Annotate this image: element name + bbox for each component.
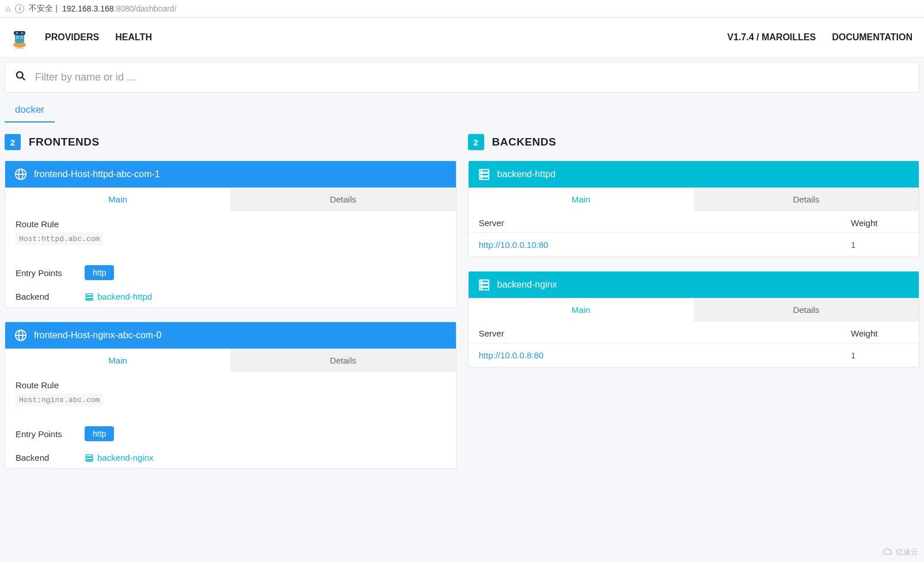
route-rule-value: Host:httpd.abc.com	[16, 232, 103, 246]
svg-point-33	[481, 281, 481, 281]
svg-rect-15	[86, 293, 93, 295]
svg-point-35	[481, 288, 481, 289]
backend-link[interactable]: backend-httpd	[85, 292, 152, 301]
svg-point-10	[17, 72, 23, 78]
backend-card: backend-httpd Main Details Server Weight…	[468, 160, 920, 257]
entry-points-label: Entry Points	[16, 429, 85, 439]
backend-card-header: backend-nginx	[469, 272, 919, 298]
svg-rect-16	[86, 296, 93, 298]
server-url-link[interactable]: http://10.0.0.8:80	[479, 350, 851, 360]
nav-providers[interactable]: PROVIDERS	[45, 32, 99, 43]
route-rule-label: Route Rule	[16, 380, 446, 390]
svg-rect-7	[16, 32, 18, 34]
weight-value: 1	[851, 350, 908, 360]
backend-card-header: backend-httpd	[469, 161, 919, 188]
backends-column: 2 BACKENDS backend-httpd Main Details Se…	[468, 134, 920, 483]
server-icon	[478, 168, 490, 181]
entry-point-tag: http	[85, 426, 114, 441]
tab-details[interactable]: Details	[230, 188, 455, 211]
table-row: http://10.0.0.8:80 1	[469, 343, 919, 367]
svg-rect-1	[15, 34, 24, 43]
server-icon	[85, 292, 94, 301]
home-icon[interactable]: ⌂	[6, 4, 10, 13]
frontends-title: FRONTENDS	[29, 136, 100, 148]
frontends-count-badge: 2	[5, 134, 21, 150]
backend-name: backend-httpd	[497, 169, 556, 179]
svg-rect-22	[86, 457, 93, 459]
frontend-card: frontend-Host-httpd-abc-com-1 Main Detai…	[5, 160, 457, 308]
entry-point-tag: http	[85, 265, 114, 280]
backends-title: BACKENDS	[492, 136, 557, 148]
weight-column-header: Weight	[851, 218, 908, 228]
tab-main[interactable]: Main	[469, 188, 694, 211]
route-rule-value: Host:nginx.abc.com	[16, 393, 103, 407]
tab-details[interactable]: Details	[230, 349, 455, 372]
backend-card: backend-nginx Main Details Server Weight…	[468, 271, 920, 368]
globe-icon	[14, 329, 27, 342]
backends-count-badge: 2	[468, 134, 484, 150]
tab-details[interactable]: Details	[694, 298, 919, 322]
table-row: http://10.0.0.10:80 1	[469, 233, 919, 257]
tab-main[interactable]: Main	[5, 349, 230, 372]
svg-point-34	[481, 285, 481, 285]
svg-point-29	[481, 178, 481, 178]
backend-label: Backend	[16, 292, 85, 301]
svg-point-5	[21, 37, 22, 38]
frontend-card-header: frontend-Host-nginx-abc-com-0	[5, 322, 456, 349]
insecure-label: 不安全 |	[29, 3, 58, 14]
nav-health[interactable]: HEALTH	[115, 32, 152, 43]
server-url-link[interactable]: http://10.0.0.10:80	[479, 240, 851, 250]
svg-rect-23	[86, 460, 93, 461]
globe-icon	[14, 168, 27, 181]
server-column-header: Server	[479, 328, 851, 338]
nav-version: V1.7.4 / MAROILLES	[727, 32, 816, 43]
frontend-card: frontend-Host-nginx-abc-com-0 Main Detai…	[5, 322, 457, 469]
traefik-logo[interactable]: træfik	[6, 24, 33, 51]
svg-rect-6	[14, 31, 25, 35]
server-column-header: Server	[479, 218, 851, 228]
weight-value: 1	[851, 240, 908, 250]
svg-point-28	[481, 174, 481, 175]
svg-point-27	[481, 170, 481, 171]
top-nav: træfik PROVIDERS HEALTH V1.7.4 / MAROILL…	[0, 18, 924, 58]
nav-documentation[interactable]: DOCUMENTATION	[832, 32, 912, 43]
backend-link[interactable]: backend-nginx	[85, 453, 154, 462]
frontend-name: frontend-Host-nginx-abc-com-0	[34, 330, 161, 341]
url-text[interactable]: 192.168.3.168:8080/dashboard/	[62, 4, 177, 13]
tab-details[interactable]: Details	[694, 188, 919, 211]
provider-tabs: docker	[5, 98, 919, 123]
tab-main[interactable]: Main	[469, 298, 694, 322]
server-icon	[478, 278, 490, 291]
browser-address-bar: ⌂ i 不安全 | 192.168.3.168:8080/dashboard/	[0, 0, 924, 18]
entry-points-label: Entry Points	[16, 268, 85, 278]
backend-label: Backend	[16, 453, 85, 462]
tab-main[interactable]: Main	[5, 188, 230, 211]
svg-rect-17	[86, 299, 93, 300]
weight-column-header: Weight	[851, 328, 908, 338]
svg-rect-8	[21, 32, 23, 34]
server-icon	[85, 453, 94, 462]
frontends-column: 2 FRONTENDS frontend-Host-httpd-abc-com-…	[5, 134, 457, 483]
tab-docker[interactable]: docker	[5, 98, 55, 123]
filter-input[interactable]	[35, 71, 908, 83]
frontend-name: frontend-Host-httpd-abc-com-1	[34, 169, 160, 179]
info-icon[interactable]: i	[15, 4, 24, 13]
search-box	[5, 62, 919, 93]
svg-text:træfik: træfik	[16, 47, 25, 49]
backend-name: backend-nginx	[497, 280, 557, 290]
svg-point-4	[17, 37, 18, 38]
svg-rect-21	[86, 454, 93, 456]
svg-line-11	[22, 78, 25, 81]
search-icon	[16, 71, 26, 84]
frontend-card-header: frontend-Host-httpd-abc-com-1	[5, 161, 456, 188]
route-rule-label: Route Rule	[16, 219, 446, 229]
